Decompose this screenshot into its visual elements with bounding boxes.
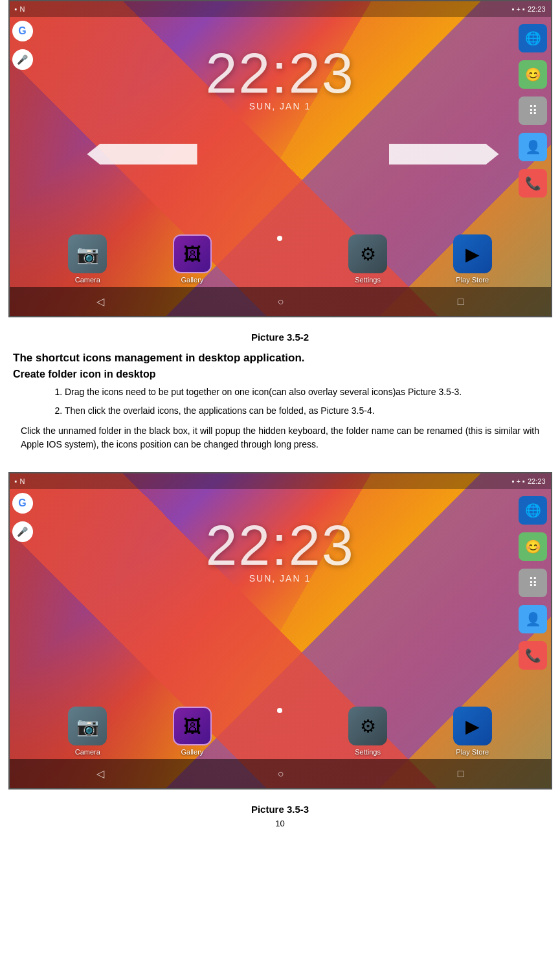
step-2: Then click the overlaid icons, the appli… [65, 404, 547, 418]
playstore-app-icon-b[interactable]: ▶ [453, 707, 492, 745]
sidebar-left-top: G 🎤 [10, 21, 36, 70]
caption-top-area: Picture 3.5-2 The shortcut icons managem… [0, 317, 560, 466]
screenshot-top: ▪ N ▪ + ▪ 22:23 G 🎤 22:23 SUN, JAN 1 🌐 😊… [8, 0, 552, 317]
statusbar-left-icons: ▪ N [15, 5, 25, 13]
gallery-app-icon[interactable]: 🖼 [173, 234, 212, 273]
phone-icon-b[interactable]: 📞 [519, 641, 547, 670]
arrow-shape-left [87, 144, 197, 165]
google-icon[interactable]: G [12, 21, 33, 41]
nav-bar-bottom: ◁ ○ □ [10, 759, 551, 788]
clock-display-top: 22:23 SUN, JAN 1 [10, 40, 551, 111]
settings-label-b: Settings [355, 748, 381, 756]
nav-recent-bottom[interactable]: □ [458, 768, 464, 780]
instructions-list: Drag the icons need to be put together o… [65, 385, 547, 418]
clock-date-bottom: SUN, JAN 1 [10, 573, 551, 584]
settings-app-icon-b[interactable]: ⚙ [348, 707, 387, 745]
caption-bottom-area: Picture 3.5-3 10 [0, 789, 560, 836]
google-icon-b[interactable]: G [12, 493, 33, 514]
status-icon-b2: N [19, 477, 25, 485]
playstore-label: Play Store [456, 276, 489, 284]
sidebar-right-top: 🌐 😊 ⠿ 👤 📞 [515, 21, 551, 198]
status-signal-b: ▪ + ▪ [512, 477, 525, 485]
page-number: 10 [13, 819, 547, 828]
dock-settings[interactable]: ⚙ Settings [348, 234, 387, 284]
camera-label: Camera [75, 276, 100, 284]
camera-app-icon-b[interactable]: 📷 [68, 707, 107, 745]
dock-gallery[interactable]: 🖼 Gallery [173, 234, 212, 284]
gallery-label-b: Gallery [181, 748, 203, 756]
clock-time-top: 22:23 [10, 40, 551, 106]
status-icon-b1: ▪ [15, 477, 17, 485]
status-time-b: 22:23 [528, 477, 546, 485]
clock-display-bottom: 22:23 SUN, JAN 1 [10, 512, 551, 584]
nav-back-bottom[interactable]: ◁ [96, 767, 104, 780]
statusbar-bottom-right: ▪ + ▪ 22:23 [512, 477, 546, 485]
dot-indicator [277, 236, 282, 241]
screenshot-bottom: ▪ N ▪ + ▪ 22:23 G 🎤 22:23 SUN, JAN 1 🌐 😊… [8, 472, 552, 789]
dock-playstore[interactable]: ▶ Play Store [453, 234, 492, 284]
smile-icon-b[interactable]: 😊 [519, 532, 547, 561]
dock-gallery-b[interactable]: 🖼 Gallery [173, 707, 212, 756]
phone-icon[interactable]: 📞 [519, 169, 547, 198]
mic-icon-b[interactable]: 🎤 [12, 521, 33, 542]
smile-icon[interactable]: 😊 [519, 60, 547, 89]
statusbar-right-icons: ▪ + ▪ 22:23 [512, 5, 546, 13]
globe-icon-b[interactable]: 🌐 [519, 496, 547, 525]
dot-indicator-b [277, 708, 282, 713]
gallery-app-icon-b[interactable]: 🖼 [173, 707, 212, 745]
settings-app-icon[interactable]: ⚙ [348, 234, 387, 273]
grid-icon-b[interactable]: ⠿ [519, 569, 547, 597]
arrow-right [389, 144, 499, 165]
bottom-dock-top: 📷 Camera 🖼 Gallery ⚙ Settings ▶ Play Sto… [10, 234, 551, 284]
status-icon-2: N [19, 5, 25, 13]
camera-app-icon[interactable]: 📷 [68, 234, 107, 273]
dock-dot-b [277, 707, 282, 756]
status-icon-1: ▪ [15, 5, 17, 13]
sidebar-right-bottom: 🌐 😊 ⠿ 👤 📞 [515, 493, 551, 670]
globe-icon[interactable]: 🌐 [519, 24, 547, 52]
subsection-title: Create folder icon in desktop [13, 369, 547, 380]
nav-home-bottom[interactable]: ○ [278, 768, 284, 780]
clock-time-bottom: 22:23 [10, 512, 551, 578]
person-icon-b[interactable]: 👤 [519, 605, 547, 633]
section-title: The shortcut icons management in desktop… [13, 352, 547, 365]
dock-camera-b[interactable]: 📷 Camera [68, 707, 107, 756]
person-icon[interactable]: 👤 [519, 133, 547, 161]
bottom-dock-bottom: 📷 Camera 🖼 Gallery ⚙ Settings ▶ Play Sto… [10, 707, 551, 756]
nav-recent-top[interactable]: □ [458, 296, 464, 308]
arrow-shape-right [389, 144, 499, 165]
caption-top: Picture 3.5-2 [13, 332, 547, 343]
grid-icon[interactable]: ⠿ [519, 96, 547, 125]
sidebar-left-bottom: G 🎤 [10, 493, 36, 542]
clock-date-top: SUN, JAN 1 [10, 101, 551, 111]
statusbar-bottom-left: ▪ N [15, 477, 25, 485]
statusbar-top: ▪ N ▪ + ▪ 22:23 [10, 1, 551, 17]
settings-label: Settings [355, 276, 381, 284]
instructions-para: Click the unnamed folder in the black bo… [13, 424, 547, 451]
playstore-label-b: Play Store [456, 748, 489, 756]
dock-playstore-b[interactable]: ▶ Play Store [453, 707, 492, 756]
arrow-left [87, 144, 197, 165]
status-signal: ▪ + ▪ [512, 5, 525, 13]
status-time: 22:23 [528, 5, 546, 13]
mic-icon[interactable]: 🎤 [12, 49, 33, 70]
dock-settings-b[interactable]: ⚙ Settings [348, 707, 387, 756]
statusbar-bottom: ▪ N ▪ + ▪ 22:23 [10, 473, 551, 489]
nav-home-top[interactable]: ○ [278, 296, 284, 308]
nav-bar-top: ◁ ○ □ [10, 287, 551, 316]
dock-camera[interactable]: 📷 Camera [68, 234, 107, 284]
step-1: Drag the icons need to be put together o… [65, 385, 547, 399]
caption-bottom: Picture 3.5-3 [13, 804, 547, 815]
gallery-label: Gallery [181, 276, 203, 284]
swipe-arrows [87, 144, 499, 165]
playstore-app-icon[interactable]: ▶ [453, 234, 492, 273]
nav-back-top[interactable]: ◁ [96, 295, 104, 308]
dock-dot [277, 234, 282, 284]
camera-label-b: Camera [75, 748, 100, 756]
